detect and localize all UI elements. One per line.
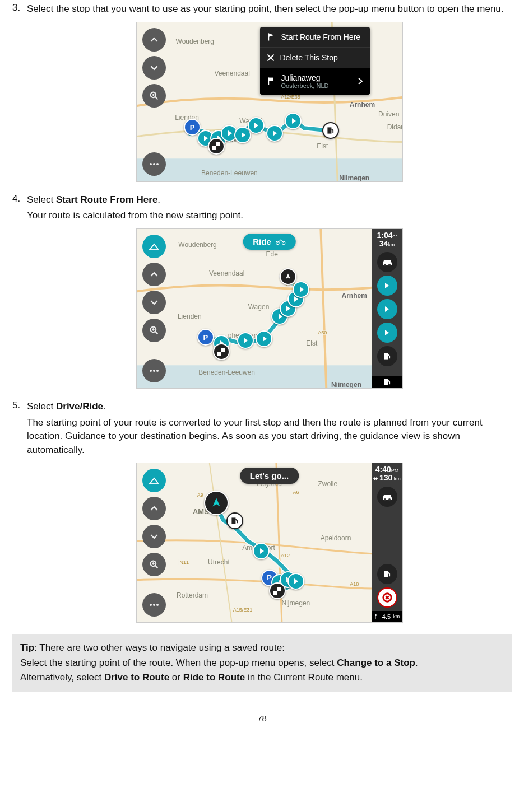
popup-location-sub: Oosterbeek, NLD [281, 82, 352, 89]
lets-go-pill[interactable]: Let's go... [240, 468, 299, 484]
current-position-marker[interactable] [204, 491, 229, 515]
traffic-car-icon[interactable] [377, 487, 397, 507]
stop-marker[interactable] [248, 117, 265, 134]
town-woudenberg: Woudenberg [176, 38, 215, 45]
town-utrecht: Utrecht [208, 558, 230, 566]
svg-rect-20 [221, 352, 225, 356]
parking-marker[interactable]: P [197, 329, 214, 346]
traffic-stop-icon[interactable] [377, 323, 397, 343]
fuel-marker[interactable] [226, 512, 243, 529]
town-woudenberg: Woudenberg [178, 241, 217, 249]
zoom-in-icon [150, 560, 159, 569]
map-left-controls [142, 28, 166, 176]
stop-marker[interactable] [256, 330, 272, 347]
town-nijmegen: Niimegen [339, 174, 369, 182]
flag-icon [273, 587, 281, 595]
step-3-number: 3. [12, 2, 20, 13]
traffic-fuel-icon[interactable] [377, 346, 397, 366]
pan-down-button[interactable] [142, 525, 166, 548]
svg-line-41 [155, 566, 157, 568]
stop-marker[interactable] [285, 113, 302, 129]
more-button[interactable] [142, 593, 166, 617]
town-veenendaal: Veenendaal [214, 69, 249, 77]
zoom-in-button[interactable] [142, 319, 166, 342]
stop-marker[interactable] [253, 543, 270, 559]
change-to-a-stop-bold: Change to a Stop [337, 657, 415, 668]
town-apeldoorn: Apeldoorn [321, 534, 351, 542]
destination-marker[interactable] [208, 138, 225, 155]
svg-rect-38 [277, 591, 281, 595]
view-toggle-button[interactable] [142, 469, 166, 492]
zoom-in-button[interactable] [142, 84, 166, 108]
lets-go-label: Let's go... [250, 471, 289, 480]
stop-marker[interactable] [266, 125, 283, 142]
step-3: 3. Select the stop that you want to use … [12, 2, 512, 182]
chevron-right-icon [358, 77, 363, 85]
traffic-warning-icon[interactable] [377, 587, 397, 608]
car-icon [382, 258, 393, 266]
road-label-a15: A15/E31 [232, 607, 254, 613]
step-5: 5. Select Drive/Ride. The starting point… [12, 400, 512, 623]
svg-point-30 [156, 370, 159, 372]
svg-point-45 [153, 604, 155, 606]
town-wagen: Wagen [248, 303, 270, 311]
more-button[interactable] [142, 152, 166, 176]
ride-pill[interactable]: Ride [243, 234, 296, 250]
flag-icon [212, 142, 220, 150]
town-arnhem: Arnhem [350, 101, 375, 109]
destination-marker[interactable] [213, 343, 230, 360]
zoom-in-icon [150, 326, 159, 335]
flag-location-icon [267, 77, 276, 86]
town-arnhem: Arnhem [342, 292, 367, 300]
town-duiven: Duiven [378, 110, 399, 118]
traffic-delay[interactable]: 4.5km [372, 611, 402, 622]
chevron-down-icon [150, 298, 158, 306]
drive-ride-bold: Drive/Ride [56, 401, 103, 412]
fuel-marker[interactable] [322, 122, 339, 139]
traffic-panel[interactable]: 1:04hr 34km [372, 229, 402, 388]
town-nijmegen: Niimegen [331, 381, 361, 389]
view-toggle-button[interactable] [142, 235, 166, 258]
svg-point-28 [150, 370, 152, 372]
popup-delete-stop-label: Delete This Stop [280, 53, 338, 62]
popup-delete-stop-item[interactable]: Delete This Stop [260, 47, 370, 68]
town-zwolle: Zwolle [318, 480, 337, 488]
traffic-car-icon[interactable] [377, 252, 397, 272]
svg-rect-1 [327, 127, 331, 133]
chevron-up-icon [150, 270, 158, 278]
pan-down-button[interactable] [142, 56, 166, 80]
popup-location-header[interactable]: Julianaweg Oosterbeek, NLD [260, 68, 370, 95]
step-4-line1: Select Start Route From Here. [27, 193, 512, 207]
flag-icon [217, 348, 225, 356]
svg-point-31 [384, 264, 386, 266]
map-left-controls [142, 235, 166, 382]
town-beneden: Beneden-Leeuwen [201, 169, 258, 177]
traffic-stop-icon[interactable] [377, 299, 397, 319]
pan-down-button[interactable] [142, 291, 166, 314]
stop-marker[interactable] [293, 281, 309, 298]
pan-up-button[interactable] [142, 263, 166, 286]
town-veenendaal: Veenendaal [209, 269, 244, 277]
more-button[interactable] [142, 359, 166, 382]
svg-point-9 [150, 163, 152, 165]
svg-rect-19 [217, 348, 221, 352]
traffic-eta: 1:04hr 34km [375, 229, 398, 248]
stop-marker[interactable] [237, 332, 254, 349]
stop-marker[interactable] [287, 573, 304, 590]
destination-marker[interactable] [269, 582, 286, 599]
current-position-marker[interactable] [280, 268, 296, 285]
fuel-icon [383, 378, 391, 386]
svg-rect-4 [216, 146, 220, 150]
pan-up-button[interactable] [142, 497, 166, 520]
traffic-panel[interactable]: 4:40PM ⬌ 130 km 4.5km [372, 463, 402, 622]
pan-up-button[interactable] [142, 28, 166, 52]
traffic-stop-icon[interactable] [377, 276, 397, 296]
traffic-eta: 4:40PM ⬌ 130 km [372, 463, 402, 482]
fuel-icon [327, 127, 335, 134]
svg-point-32 [388, 264, 391, 266]
popup-start-route-item[interactable]: Start Route From Here [260, 27, 370, 47]
traffic-panel-bottom[interactable] [372, 376, 402, 388]
zoom-in-button[interactable] [142, 553, 166, 576]
traffic-fuel-icon[interactable] [377, 564, 397, 584]
road-label-a50: A50 [317, 330, 328, 335]
